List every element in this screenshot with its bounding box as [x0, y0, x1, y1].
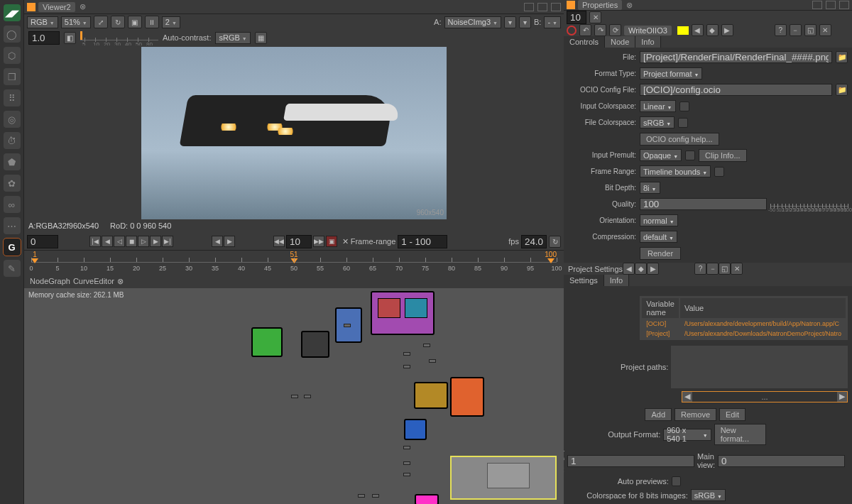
layers-select[interactable]: 2	[162, 16, 180, 28]
node[interactable]	[414, 382, 448, 409]
skip-back-icon[interactable]: ◀◀	[273, 236, 285, 247]
navigator[interactable]	[450, 456, 557, 500]
viewer-canvas[interactable]: 960x540	[24, 45, 564, 220]
node[interactable]	[404, 419, 427, 440]
minimize-icon[interactable]	[524, 3, 534, 11]
restore-icon[interactable]: ⟳	[609, 24, 621, 36]
render-icon[interactable]: ▣	[128, 16, 142, 28]
record-indicator-icon[interactable]	[567, 26, 577, 35]
tool-rings[interactable]: ◎	[4, 111, 21, 128]
lock-range-icon[interactable]: ✕	[342, 237, 349, 246]
scroll-right-icon[interactable]: ▶	[837, 392, 847, 402]
ab-mode-icon[interactable]: ▾	[519, 16, 531, 28]
orientation-select[interactable]: normal	[640, 214, 678, 226]
center-icon[interactable]: ◆	[635, 263, 647, 275]
close-panel-icon[interactable]: ✕	[819, 24, 831, 36]
float-icon[interactable]: ◱	[719, 263, 731, 275]
key-next-icon[interactable]: ▶	[224, 236, 235, 247]
next-node-icon[interactable]: ▶	[721, 24, 733, 36]
colorspace-select[interactable]: sRGB	[215, 32, 250, 44]
cs8-select[interactable]: sRGB	[691, 489, 726, 501]
min-icon[interactable]: －	[706, 263, 719, 275]
tab-node[interactable]: Node	[605, 36, 635, 48]
fit-icon[interactable]: ⤢	[94, 16, 108, 28]
tool-gmic[interactable]: G	[4, 239, 21, 256]
current-frame-input[interactable]	[286, 235, 312, 248]
fps-input[interactable]	[521, 235, 547, 248]
inputB-select[interactable]: -	[544, 16, 561, 28]
in-frame-input[interactable]	[27, 235, 58, 248]
link-icon[interactable]	[679, 102, 689, 111]
close-icon[interactable]: ⊗	[78, 2, 87, 11]
ocio-browse-icon[interactable]: 📁	[836, 84, 848, 96]
scroll-thumb[interactable]: ...	[692, 393, 837, 401]
loop-icon[interactable]: ↻	[549, 236, 561, 248]
project-paths-box[interactable]	[671, 346, 848, 388]
compression-select[interactable]: default	[640, 231, 677, 243]
checker-icon[interactable]: ▦	[255, 32, 267, 44]
input-cs-select[interactable]: Linear	[640, 100, 676, 112]
close-panel-icon[interactable]: ✕	[731, 263, 743, 275]
redo-icon[interactable]: ↷	[594, 24, 606, 36]
mainview-input[interactable]	[718, 455, 845, 467]
remove-button[interactable]: Remove	[674, 408, 716, 421]
format-type-select[interactable]: Project format	[640, 67, 702, 80]
viewer-tab[interactable]: Viewer2	[38, 2, 75, 12]
undo-icon[interactable]: ↶	[579, 24, 591, 36]
close-window-icon[interactable]	[839, 1, 849, 9]
frame-range-input[interactable]	[398, 235, 447, 248]
tab-controls[interactable]: Controls	[564, 36, 605, 48]
pause-icon[interactable]: ⏸	[145, 16, 159, 28]
render-button[interactable]: Render	[640, 247, 681, 260]
node-graph[interactable]: Memory cache size: 262.1 MB	[24, 288, 564, 504]
add-button[interactable]: Add	[645, 408, 672, 421]
ocio-file-input[interactable]	[640, 84, 832, 96]
help-icon[interactable]: ?	[694, 263, 706, 275]
autoprev-checkbox[interactable]	[672, 476, 681, 486]
file-cs-select[interactable]: sRGB	[640, 116, 674, 128]
goto-last-icon[interactable]: ▶|	[162, 236, 173, 247]
link-icon[interactable]	[714, 167, 724, 177]
close-icon[interactable]: ⊗	[625, 1, 634, 10]
swap-ab-icon[interactable]: ▾	[504, 16, 516, 28]
clear-panels-icon[interactable]: ✕	[589, 11, 601, 23]
gain-input[interactable]	[28, 31, 60, 45]
quality-input[interactable]	[640, 198, 767, 210]
node-name[interactable]: WriteOIIO3	[624, 26, 672, 35]
close-icon[interactable]: ⊗	[117, 277, 124, 286]
tool-layers[interactable]: ❒	[4, 68, 21, 85]
tool-sphere[interactable]: ◯	[4, 26, 21, 43]
help-icon[interactable]: ?	[775, 24, 787, 36]
prev-icon[interactable]: ◀	[623, 263, 635, 275]
tool-shape[interactable]: ⬟	[4, 153, 21, 170]
next-icon[interactable]: ▶	[647, 263, 659, 275]
key-prev-icon[interactable]: ◀	[212, 236, 223, 247]
maximize-icon[interactable]	[537, 3, 547, 11]
link-icon[interactable]	[685, 150, 695, 160]
minimize-icon[interactable]	[812, 1, 822, 9]
tool-link[interactable]: ∞	[4, 196, 21, 213]
link-icon[interactable]	[678, 118, 688, 128]
nviews-input[interactable]	[567, 455, 694, 467]
maximize-icon[interactable]	[826, 1, 836, 9]
timeline[interactable]: 1 51 100 0510152025303540455055606570758…	[24, 250, 564, 274]
float-icon[interactable]: ◱	[804, 24, 816, 36]
tool-clock[interactable]: ⏱	[4, 132, 21, 149]
node-color-chip[interactable]	[677, 26, 689, 35]
node[interactable]	[251, 327, 283, 357]
tab-info[interactable]: Info	[635, 36, 660, 48]
step-back-icon[interactable]: ◁	[114, 236, 125, 247]
tab-info[interactable]: Info	[604, 275, 629, 286]
file-input[interactable]	[640, 51, 832, 63]
center-node-icon[interactable]: ◆	[706, 24, 719, 36]
close-window-icon[interactable]	[551, 3, 561, 11]
stop-icon[interactable]: ◼	[126, 236, 137, 247]
ocio-help-button[interactable]: OCIO config help...	[640, 133, 719, 146]
skip-fwd-icon[interactable]: ▶▶	[313, 236, 324, 247]
frame-range-select[interactable]: Timeline bounds	[640, 165, 711, 177]
tool-brush[interactable]: ✎	[4, 260, 21, 277]
inputA-select[interactable]: NoiseCImg3	[444, 16, 501, 28]
var-table[interactable]: Variable nameValue [OCIO]/Users/alexandr…	[640, 296, 848, 340]
channel-select[interactable]: RGB	[27, 16, 58, 28]
node[interactable]	[371, 291, 435, 335]
